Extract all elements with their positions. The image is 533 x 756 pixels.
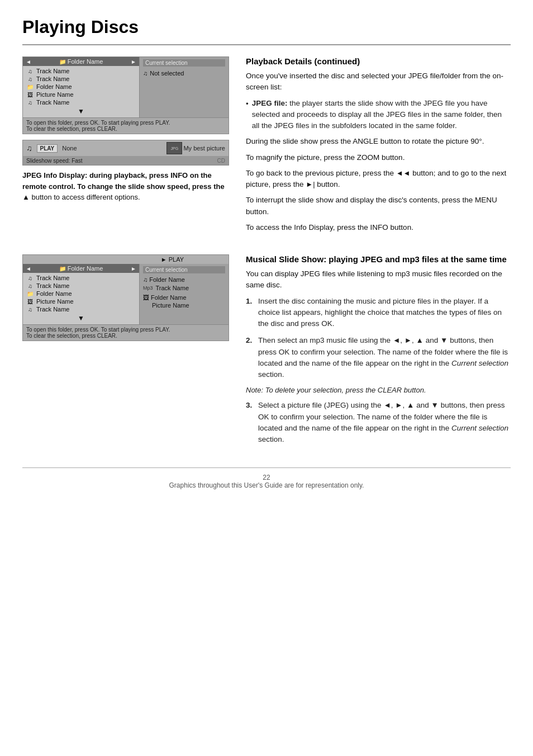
list-item-b: ♫ Track Name xyxy=(23,305,139,313)
arrow-right-icon-b[interactable]: ► xyxy=(131,266,136,272)
step1-num: 1. xyxy=(246,296,255,330)
ui-bottom-text-top: To open this folder, press OK. To start … xyxy=(23,117,229,134)
right-picture-folder-row: 🖼 Folder Name xyxy=(143,294,225,301)
jpeg-caption-rest: button to access different options. xyxy=(31,193,140,201)
ui-list-pane-bottom: ◄ 📁 Folder Name ► ♫ Track Name xyxy=(23,264,139,324)
picture-icon-b: 🖼 xyxy=(26,299,34,305)
ui-selection-pane-top: Current selection ♫ Not selected xyxy=(139,57,229,117)
right-folder-row: ♫ Folder Name xyxy=(143,276,225,283)
step3-arrows: ◄, ►, ▲ xyxy=(383,401,416,409)
list-item: ♫ Track Name xyxy=(23,67,139,75)
list-item: ♫ Track Name xyxy=(23,98,139,106)
note-icon-jpeg: ♫ xyxy=(26,144,32,153)
current-selection-label: Current selection xyxy=(143,59,225,67)
next-icon: ►| xyxy=(306,180,315,188)
step2-text: Then select an mp3 music file using the … xyxy=(258,335,511,380)
list-item: 🖼 Picture Name xyxy=(23,91,139,98)
current-selection-italic-3: Current selection xyxy=(451,424,508,432)
list-item-b: 📁 Folder Name xyxy=(23,290,139,297)
bullet-text: JPEG file: the player starts the slide s… xyxy=(252,98,511,132)
step3: 3. Select a picture file (JPEG) using th… xyxy=(246,400,511,445)
bullet-body: the player starts the slide show with th… xyxy=(252,99,502,130)
current-selection-label-b: Current selection xyxy=(143,266,225,273)
section1-para5: To access the Info Display, press the IN… xyxy=(246,222,511,233)
jpeg-info-row-top: ♫ PLAY None JPG My best picture xyxy=(23,140,229,157)
top-left-col: ◄ 📁 Folder Name ► ♫ Track Name xyxy=(22,56,229,238)
mp3-label: Mp3 xyxy=(143,285,153,291)
section1-heading: Playback Details (continued) xyxy=(246,56,511,66)
section2-intro: You can display JPEG files while listeni… xyxy=(246,268,511,291)
page-footer: 22 Graphics throughout this User's Guide… xyxy=(22,467,511,489)
picture-icon: 🖼 xyxy=(26,92,34,98)
jpeg-caption-bold: JPEG Info Display: during playback, pres… xyxy=(22,171,225,191)
ui-list-top: ♫ Track Name ♫ Track Name 📁 Folder Name xyxy=(23,66,139,117)
bottom-section: ► PLAY ◄ 📁 Folder Name ► ♫ xyxy=(22,254,511,451)
current-selection-italic-2: Current selection xyxy=(451,359,508,367)
jpeg-bullet: • JPEG file: the player starts the slide… xyxy=(246,98,511,132)
not-selected-row: ♫ Not selected xyxy=(143,70,225,77)
top-right-col: Playback Details (continued) Once you've… xyxy=(246,56,511,238)
note-icon: ♫ xyxy=(26,76,34,82)
ui-list-pane: ◄ 📁 Folder Name ► ♫ Track Name xyxy=(23,57,139,117)
section1-para3: To go back to the previous picture, pres… xyxy=(246,168,511,191)
top-section: ◄ 📁 Folder Name ► ♫ Track Name xyxy=(22,56,511,238)
list-item-b: 🖼 Picture Name xyxy=(23,297,139,305)
page-title: Playing Discs xyxy=(22,17,511,37)
ui-split-bottom: ◄ 📁 Folder Name ► ♫ Track Name xyxy=(23,264,229,324)
folder-name-label: 📁 Folder Name xyxy=(31,58,131,65)
play-label-text: ► PLAY xyxy=(161,256,184,263)
section1-para1: During the slide show press the ANGLE bu… xyxy=(246,136,511,147)
step2: 2. Then select an mp3 music file using t… xyxy=(246,335,511,380)
step2-arrows: ◄, ►, ▲ xyxy=(393,336,426,344)
bottom-right-col: Musical Slide Show: playing JPEG and mp3… xyxy=(246,254,511,451)
note-icon-b3: ♫ xyxy=(26,306,34,313)
ui-selection-pane-bottom: Current selection ♫ Folder Name Mp3 Trac… xyxy=(139,264,229,324)
scroll-down-arrow-b[interactable]: ▼ xyxy=(23,313,139,323)
jpeg-info-box: ♫ PLAY None JPG My best picture Slidesho… xyxy=(22,140,229,166)
jpeg-caption: JPEG Info Display: during playback, pres… xyxy=(22,170,229,203)
ui-header-top: ◄ 📁 Folder Name ► xyxy=(23,57,139,66)
ui-box-top: ◄ 📁 Folder Name ► ♫ Track Name xyxy=(22,56,229,134)
note-icon-b1: ♫ xyxy=(26,275,34,281)
ui-split-top: ◄ 📁 Folder Name ► ♫ Track Name xyxy=(23,57,229,117)
folder-name-label-b: 📁 Folder Name xyxy=(31,265,131,272)
step1: 1. Insert the disc containing the music … xyxy=(246,296,511,330)
note-icon-r1: ♫ xyxy=(143,276,147,283)
page-number: 22 xyxy=(263,474,270,481)
note-icon: ♫ xyxy=(26,100,34,106)
arrow-left-icon[interactable]: ◄ xyxy=(26,59,31,65)
note-text: Note: To delete your selection, press th… xyxy=(246,386,511,394)
picture-icon-r: 🖼 xyxy=(143,294,149,301)
ui-bottom-text-b: To open this folder, press OK. To start … xyxy=(23,324,229,341)
arrow-up-caption: ▲ xyxy=(22,193,31,201)
step3-num: 3. xyxy=(246,400,255,445)
step2-num: 2. xyxy=(246,335,255,380)
folder-icon: 📁 xyxy=(26,84,34,90)
footer-note: Graphics throughout this User's Guide ar… xyxy=(169,481,364,489)
section1-para2: To magnify the picture, press the ZOOM b… xyxy=(246,152,511,163)
section1-para4: To interrupt the slide show and display … xyxy=(246,195,511,218)
prev-icon: ◄◄ xyxy=(396,169,411,177)
play-button[interactable]: PLAY xyxy=(37,144,58,153)
list-item: ♫ Track Name xyxy=(23,75,139,83)
step3-text: Select a picture file (JPEG) using the ◄… xyxy=(258,400,511,445)
list-item-b: ♫ Track Name xyxy=(23,274,139,282)
list-item: 📁 Folder Name xyxy=(23,83,139,91)
right-mp3-row: Mp3 Track Name xyxy=(143,285,225,291)
note-icon-b2: ♫ xyxy=(26,283,34,289)
section2-heading: Musical Slide Show: playing JPEG and mp3… xyxy=(246,254,511,264)
step2-arrow-down: ▼ xyxy=(440,336,450,344)
jpeg-file-label: JPEG file: xyxy=(252,99,288,107)
ui-box-bottom: ► PLAY ◄ 📁 Folder Name ► ♫ xyxy=(22,254,229,341)
note-icon-sm: ♫ xyxy=(143,70,147,77)
step3-arrow-down: ▼ xyxy=(431,401,441,409)
jpeg-info-bottom: Slideshow speed: Fast CD xyxy=(23,157,229,165)
arrow-right-icon[interactable]: ► xyxy=(131,59,136,65)
folder-icon-b: 📁 xyxy=(26,291,34,297)
scroll-down-arrow[interactable]: ▼ xyxy=(23,106,139,116)
note-icon: ♫ xyxy=(26,68,34,74)
arrow-left-icon-b[interactable]: ◄ xyxy=(26,266,31,272)
section1-intro: Once you've inserted the disc and select… xyxy=(246,70,511,93)
bottom-left-col: ► PLAY ◄ 📁 Folder Name ► ♫ xyxy=(22,254,229,451)
list-item-b: ♫ Track Name xyxy=(23,282,139,290)
